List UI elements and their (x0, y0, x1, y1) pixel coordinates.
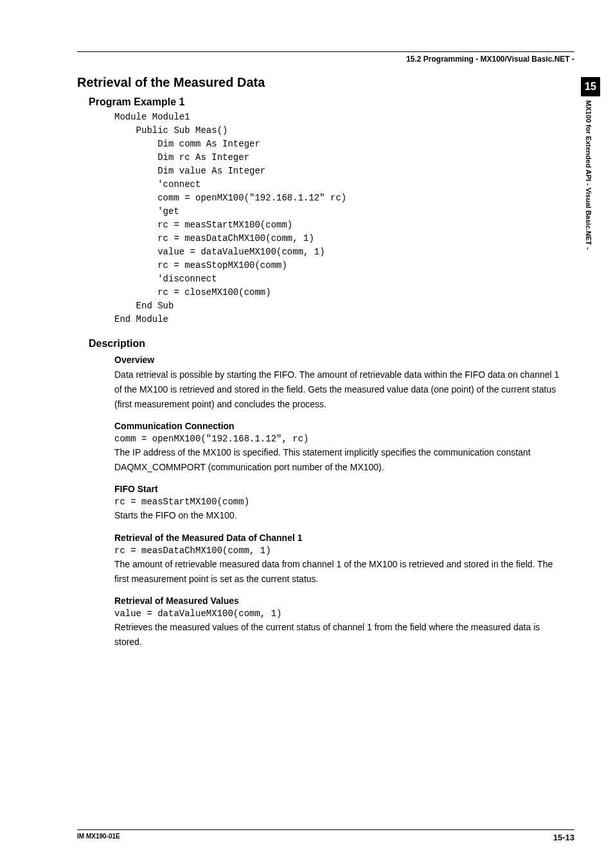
header-breadcrumb: 15.2 Programming - MX100/Visual Basic.NE… (77, 55, 574, 64)
overview-text: Data retrieval is possible by starting t… (114, 368, 562, 412)
description-title: Description (89, 338, 574, 350)
comm-heading: Communication Connection (114, 421, 574, 431)
chapter-number: 15 (581, 77, 600, 96)
program-example-title: Program Example 1 (89, 96, 574, 108)
page-footer: IM MX190-01E 15-13 (77, 829, 574, 842)
chapter-tab: 15 MX100 for Extended API - Visual Basic… (581, 77, 600, 249)
code-block: Module Module1 Public Sub Meas() Dim com… (114, 111, 574, 326)
values-heading: Retrieval of Measured Values (114, 596, 574, 606)
chapter-label: MX100 for Extended API - Visual Basic.NE… (581, 100, 592, 249)
comm-text: The IP address of the MX100 is specified… (114, 445, 562, 475)
footer-doc-id: IM MX190-01E (77, 833, 120, 842)
footer-rule (77, 829, 574, 830)
overview-heading: Overview (114, 355, 574, 365)
fifo-text: Starts the FIFO on the MX100. (114, 508, 562, 523)
values-text: Retrieves the measured values of the cur… (114, 620, 562, 650)
section-title: Retrieval of the Measured Data (77, 75, 574, 90)
retrieval-heading: Retrieval of the Measured Data of Channe… (114, 533, 574, 543)
header-rule (77, 51, 574, 52)
fifo-code: rc = measStartMX100(comm) (114, 497, 574, 507)
retrieval-code: rc = measDataChMX100(comm, 1) (114, 545, 574, 556)
values-code: value = dataValueMX100(comm, 1) (114, 608, 574, 619)
fifo-heading: FIFO Start (114, 484, 574, 494)
comm-code: comm = openMX100("192.168.1.12", rc) (114, 434, 574, 444)
retrieval-text: The amount of retrievable measured data … (114, 557, 562, 587)
footer-page-number: 15-13 (553, 833, 574, 842)
